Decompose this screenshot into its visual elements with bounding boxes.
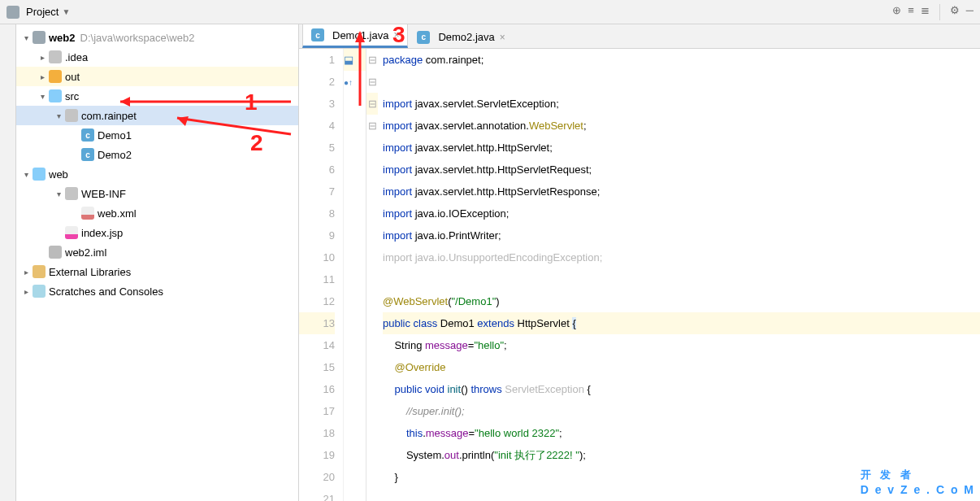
chevron-down-icon[interactable]: ▾ <box>36 92 49 101</box>
web-folder-icon <box>33 168 46 181</box>
tree-label: web2 <box>49 32 76 44</box>
editor-tabs: c Demo1.java × c Demo2.java × <box>299 24 980 49</box>
gear-icon[interactable]: ⚙ <box>950 4 960 20</box>
tree-file-indexjsp[interactable]: index.jsp <box>16 223 298 242</box>
tree-label: web <box>49 168 68 181</box>
tab-label: Demo2.java <box>438 31 494 43</box>
class-icon: c <box>81 129 94 142</box>
chevron-down-icon[interactable]: ▾ <box>20 170 33 179</box>
class-icon: c <box>81 148 94 161</box>
project-label: Project <box>26 6 59 18</box>
folder-icon <box>49 70 62 83</box>
tree-label: .idea <box>65 51 88 63</box>
tree-label: out <box>65 71 80 83</box>
iml-file-icon <box>49 246 62 259</box>
marks-gutter: ⬓●↑ <box>344 49 366 501</box>
project-dropdown[interactable]: Project ▼ <box>0 0 76 24</box>
tree-folder-src[interactable]: ▾ src <box>16 86 298 106</box>
project-tool-tab[interactable] <box>0 24 16 501</box>
close-icon[interactable]: × <box>393 29 399 41</box>
tree-path: D:\java\workspace\web2 <box>80 32 195 44</box>
line-number-gutter: 123456789101112131415161718192021 <box>299 49 344 501</box>
project-icon <box>7 6 20 19</box>
tree-file-webxml[interactable]: web.xml <box>16 203 298 223</box>
chevron-right-icon[interactable]: ▸ <box>20 268 33 277</box>
module-icon <box>33 31 46 44</box>
class-icon: c <box>311 28 324 41</box>
tree-label: index.jsp <box>81 227 123 239</box>
collapse-all-icon[interactable]: ≣ <box>921 4 930 20</box>
tab-label: Demo1.java <box>332 29 388 41</box>
tab-demo1[interactable]: c Demo1.java × <box>302 24 408 48</box>
tab-demo2[interactable]: c Demo2.java × <box>408 25 514 48</box>
scratch-icon <box>33 285 46 298</box>
chevron-down-icon[interactable]: ▾ <box>52 111 65 120</box>
fold-gutter[interactable]: ⊟⊟⊟⊟ <box>366 49 378 501</box>
tree-class-demo1[interactable]: c Demo1 <box>16 125 298 145</box>
library-icon <box>33 265 46 278</box>
tree-label: web2.iml <box>65 246 106 259</box>
tree-label: Demo1 <box>98 129 132 142</box>
folder-icon <box>49 50 62 63</box>
chevron-right-icon[interactable]: ▸ <box>36 53 49 62</box>
close-icon[interactable]: × <box>500 32 505 43</box>
chevron-down-icon[interactable]: ▾ <box>20 33 33 42</box>
chevron-down-icon: ▼ <box>62 7 70 16</box>
class-icon: c <box>417 31 430 44</box>
tree-label: com.rainpet <box>81 110 137 122</box>
editor-area: c Demo1.java × c Demo2.java × 1234567891… <box>299 24 980 501</box>
tree-folder-webinf[interactable]: ▾ WEB-INF <box>16 184 298 203</box>
hide-icon[interactable]: ─ <box>966 4 973 20</box>
chevron-right-icon[interactable]: ▸ <box>36 72 49 81</box>
tree-folder-web[interactable]: ▾ web <box>16 164 298 184</box>
expand-all-icon[interactable]: ≡ <box>908 4 914 20</box>
source-folder-icon <box>49 89 62 102</box>
tree-root[interactable]: ▾ web2 D:\java\workspace\web2 <box>16 28 298 47</box>
tree-label: WEB-INF <box>81 188 126 200</box>
tree-external-libraries[interactable]: ▸ External Libraries <box>16 262 298 281</box>
package-icon <box>65 109 78 122</box>
tree-file-iml[interactable]: web2.iml <box>16 242 298 262</box>
chevron-right-icon[interactable]: ▸ <box>20 287 33 296</box>
jsp-file-icon <box>65 226 78 239</box>
select-open-file-icon[interactable]: ⊕ <box>892 4 901 20</box>
project-tree[interactable]: ▾ web2 D:\java\workspace\web2 ▸ .idea ▸ … <box>16 24 299 501</box>
tree-folder-idea[interactable]: ▸ .idea <box>16 47 298 67</box>
tree-label: Scratches and Consoles <box>49 285 163 298</box>
toolbar-icons: ⊕ ≡ ≣ ⚙ ─ <box>892 4 980 20</box>
tree-folder-out[interactable]: ▸ out <box>16 67 298 86</box>
tree-label: Demo2 <box>98 149 132 161</box>
tree-package[interactable]: ▾ com.rainpet <box>16 106 298 125</box>
chevron-down-icon[interactable]: ▾ <box>52 190 65 198</box>
code-editor[interactable]: 123456789101112131415161718192021 ⬓●↑ ⊟⊟… <box>299 49 980 501</box>
xml-file-icon <box>81 207 94 220</box>
folder-icon <box>65 187 78 200</box>
tree-scratches[interactable]: ▸ Scratches and Consoles <box>16 281 298 301</box>
tree-label: web.xml <box>98 207 137 220</box>
toolbar: Project ▼ ⊕ ≡ ≣ ⚙ ─ <box>0 0 980 24</box>
tree-label: src <box>65 90 79 102</box>
tree-class-demo2[interactable]: c Demo2 <box>16 145 298 164</box>
tree-label: External Libraries <box>49 266 131 278</box>
code-content[interactable]: package com.rainpet;import javax.servlet… <box>378 49 980 501</box>
